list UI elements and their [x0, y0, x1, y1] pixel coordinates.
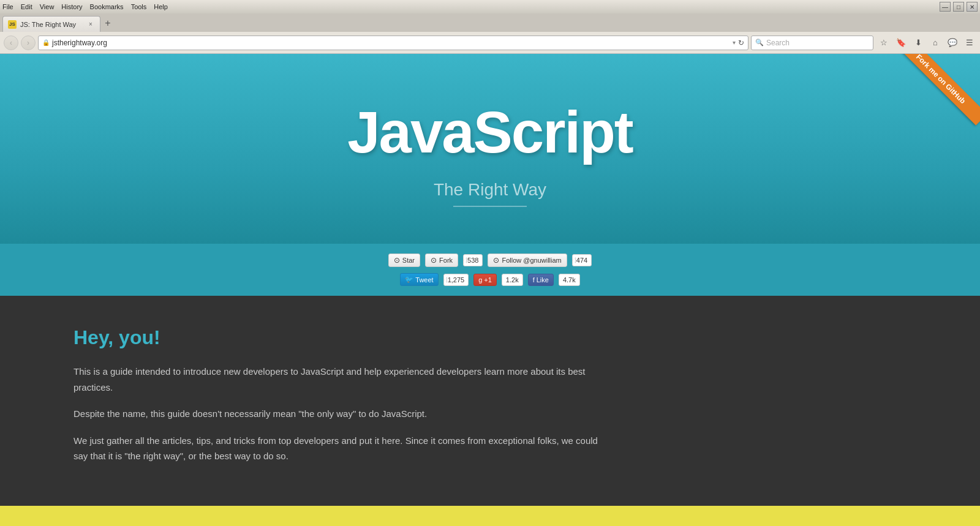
content-section: Hey, you! This is a guide intended to in… — [0, 296, 980, 506]
star-icon[interactable]: ☆ — [877, 36, 891, 50]
tweet-label: Tweet — [415, 276, 433, 284]
github-fork-button[interactable]: ⊙ Fork — [425, 254, 458, 267]
url-text: jstherightway.org — [52, 39, 107, 47]
github-follow-icon: ⊙ — [493, 256, 499, 265]
menu-tools[interactable]: Tools — [131, 3, 147, 10]
github-follow-button[interactable]: ⊙ Follow @gnuwilliam — [488, 254, 567, 267]
tab-bar: JS JS: The Right Way × + — [0, 13, 980, 32]
github-star-button[interactable]: ⊙ Star — [388, 254, 420, 267]
tweet-count: 1,275 — [443, 274, 469, 286]
search-placeholder: Search — [766, 39, 790, 47]
hero-title: JavaScript — [12, 103, 968, 162]
reload-button[interactable]: ↻ — [738, 39, 744, 47]
new-tab-button[interactable]: + — [100, 16, 115, 31]
page-content: Fork me on GitHub JavaScript The Right W… — [0, 54, 980, 526]
lock-icon: 🔒 — [42, 39, 50, 46]
facebook-icon: f — [533, 276, 535, 284]
fork-label: Fork — [439, 257, 453, 264]
hero-section: Fork me on GitHub JavaScript The Right W… — [0, 54, 980, 244]
social-row-2: 🐦 Tweet 1,275 g +1 1.2k f Like 4.7k — [400, 273, 579, 286]
content-heading: Hey, you! — [74, 326, 907, 349]
fork-count: 538 — [463, 254, 483, 266]
menu-icon[interactable]: ☰ — [963, 36, 976, 50]
twitter-icon: 🐦 — [405, 276, 413, 284]
gplus-count: 1.2k — [502, 274, 523, 286]
back-button[interactable]: ‹ — [4, 36, 18, 50]
gplus-icon: g — [478, 276, 482, 284]
bookmark-icon[interactable]: 🔖 — [894, 36, 908, 50]
follow-count: 474 — [572, 254, 592, 266]
tab-favicon: JS — [8, 20, 17, 29]
search-icon: 🔍 — [755, 39, 764, 47]
menu-edit[interactable]: Edit — [21, 3, 32, 10]
follow-label: Follow @gnuwilliam — [502, 257, 561, 264]
title-bar: File Edit View History Bookmarks Tools H… — [0, 0, 980, 13]
fb-count: 4.7k — [559, 274, 580, 286]
address-bar: ‹ › 🔒 jstherightway.org ▾ ↻ 🔍 Search ☆ 🔖… — [0, 32, 980, 54]
forward-button[interactable]: › — [21, 36, 36, 50]
download-icon[interactable]: ⬇ — [911, 36, 925, 50]
menu-history[interactable]: History — [61, 3, 82, 10]
facebook-like-button[interactable]: f Like — [528, 274, 554, 286]
menu-file[interactable]: File — [2, 3, 13, 10]
tab-title: JS: The Right Way — [20, 21, 76, 28]
choose-section: CHOOSE YOUR PATH — [0, 506, 980, 527]
fb-label: Like — [537, 276, 549, 284]
github-row: ⊙ Star ⊙ Fork 538 ⊙ Follow @gnuwilliam 4… — [388, 254, 592, 267]
content-paragraph-3: We just gather all the articles, tips, a… — [74, 433, 600, 464]
home-icon[interactable]: ⌂ — [929, 36, 942, 50]
minimize-button[interactable]: — — [940, 2, 951, 12]
gplus-label: +1 — [484, 276, 492, 284]
twitter-tweet-button[interactable]: 🐦 Tweet — [400, 273, 438, 286]
close-button[interactable]: ✕ — [967, 2, 978, 12]
search-box[interactable]: 🔍 Search — [751, 36, 873, 50]
address-dropdown-icon[interactable]: ▾ — [733, 39, 736, 46]
window-controls: — □ ✕ — [940, 2, 978, 12]
maximize-button[interactable]: □ — [953, 2, 964, 12]
fork-icon: ⊙ — [431, 256, 437, 265]
content-paragraph-1: This is a guide intended to introduce ne… — [74, 364, 600, 395]
menu-view[interactable]: View — [40, 3, 55, 10]
active-tab[interactable]: JS JS: The Right Way × — [2, 16, 100, 32]
hero-subtitle: The Right Way — [12, 180, 968, 200]
star-label: Star — [402, 257, 415, 264]
menu-help[interactable]: Help — [154, 3, 168, 10]
tab-close-button[interactable]: × — [86, 20, 95, 29]
toolbar-right: 🔍 Search ☆ 🔖 ⬇ ⌂ 💬 ☰ — [751, 36, 976, 50]
content-paragraph-2: Despite the name, this guide doesn't nec… — [74, 406, 600, 422]
chat-icon[interactable]: 💬 — [946, 36, 959, 50]
gplus-button[interactable]: g +1 — [473, 274, 497, 286]
menu-bookmarks[interactable]: Bookmarks — [90, 3, 124, 10]
menu-bar: File Edit View History Bookmarks Tools H… — [2, 3, 168, 10]
github-icon: ⊙ — [394, 256, 400, 265]
hero-underline — [453, 206, 527, 207]
address-input[interactable]: 🔒 jstherightway.org ▾ ↻ — [38, 36, 748, 50]
social-bar: ⊙ Star ⊙ Fork 538 ⊙ Follow @gnuwilliam 4… — [0, 244, 980, 296]
